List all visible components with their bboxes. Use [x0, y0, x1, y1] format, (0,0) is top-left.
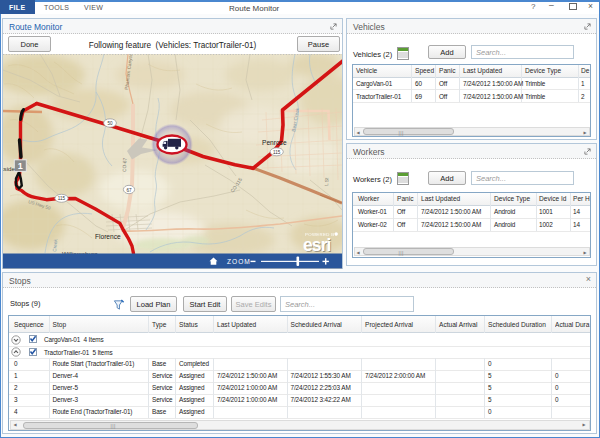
svg-text:Penrose: Penrose	[262, 139, 287, 146]
svg-text:esri: esri	[303, 235, 331, 255]
svg-text:1: 1	[18, 161, 23, 171]
svg-text:Florence: Florence	[95, 233, 121, 240]
svg-text:67: 67	[126, 188, 132, 193]
svg-text:115: 115	[58, 196, 66, 201]
svg-text:115: 115	[273, 150, 281, 155]
svg-text:L St: L St	[324, 177, 329, 186]
svg-text:..kside: ..kside	[3, 165, 15, 172]
svg-text:50: 50	[107, 121, 113, 126]
svg-text:ZOOM: ZOOM	[227, 258, 251, 265]
svg-text:CO-67: CO-67	[122, 157, 128, 172]
